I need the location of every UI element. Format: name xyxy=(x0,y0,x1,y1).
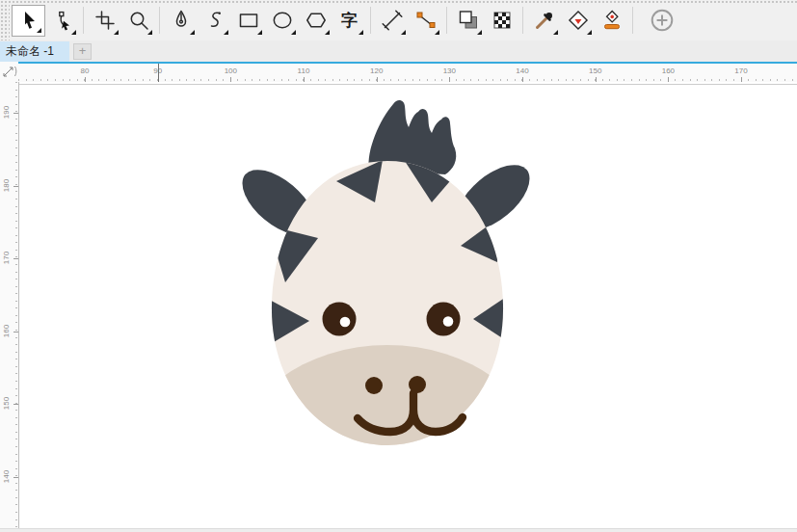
flyout-indicator xyxy=(553,30,558,35)
add-tool-button[interactable] xyxy=(645,3,678,38)
ellipse-tool-button[interactable] xyxy=(265,3,299,38)
fill-tool-button[interactable] xyxy=(561,3,595,38)
main-toolbar: 字 xyxy=(0,0,797,40)
vertical-ruler: 190180170160150140 xyxy=(0,82,18,528)
flyout-indicator xyxy=(190,30,195,35)
flyout-indicator xyxy=(291,30,296,35)
pick-tool-button[interactable] xyxy=(12,5,45,37)
smart-fill-icon xyxy=(600,9,624,32)
eyedropper-icon xyxy=(533,9,556,32)
drawing-canvas[interactable] xyxy=(18,82,797,528)
rectangle-icon xyxy=(237,9,260,32)
magnifier-icon xyxy=(127,9,150,32)
smart-fill-tool-button[interactable] xyxy=(595,3,628,38)
shadow-tool-button[interactable] xyxy=(451,3,485,38)
flyout-indicator xyxy=(477,30,482,35)
shape-edit-node-icon xyxy=(51,9,74,32)
flyout-indicator xyxy=(359,30,363,35)
zebra-muzzle xyxy=(235,345,540,528)
crop-tool-button[interactable] xyxy=(88,3,121,38)
document-tab-active[interactable]: 未命名 -1 xyxy=(0,41,69,62)
flyout-indicator xyxy=(71,30,76,35)
hruler-tick xyxy=(158,64,159,82)
curve-hook-icon xyxy=(203,9,226,32)
toolbar-separator xyxy=(522,7,523,34)
hruler-label: 110 xyxy=(298,66,310,75)
flyout-indicator xyxy=(37,28,41,33)
new-document-tab-button[interactable]: + xyxy=(73,43,92,60)
document-tab-label: 未命名 -1 xyxy=(6,43,54,60)
toolbar-separator xyxy=(632,7,633,34)
pen-nib-icon xyxy=(170,9,193,32)
flyout-indicator xyxy=(435,30,439,35)
polygon-tool-button[interactable] xyxy=(299,3,332,38)
vruler-label: 180 xyxy=(2,173,11,197)
flyout-indicator xyxy=(401,30,406,35)
eyedropper-tool-button[interactable] xyxy=(527,3,561,38)
flyout-indicator xyxy=(325,30,330,35)
zebra-left-eye-highlight xyxy=(340,317,351,328)
ellipse-icon xyxy=(271,9,294,32)
flyout-indicator xyxy=(114,30,119,35)
artwork-zebra-face[interactable] xyxy=(18,82,797,528)
zebra-left-nostril xyxy=(365,377,383,394)
transparency-tool-button[interactable] xyxy=(485,3,518,38)
flyout-indicator xyxy=(224,30,228,35)
flyout-indicator xyxy=(587,30,592,35)
flyout-indicator xyxy=(147,30,152,35)
bspline-tool-button[interactable] xyxy=(198,3,231,38)
horizontal-ruler: 8090100110120130140150160170 xyxy=(0,62,797,82)
zebra-right-eye-highlight xyxy=(443,316,454,327)
hruler-label: 100 xyxy=(225,66,237,75)
toolbar-separator xyxy=(159,7,160,34)
vruler-label: 170 xyxy=(2,247,11,270)
vruler-label: 150 xyxy=(2,392,11,415)
toolbox: 字 xyxy=(0,3,678,38)
vruler-label: 190 xyxy=(2,101,11,124)
connector-tool-button[interactable] xyxy=(409,3,442,38)
fill-diamond-icon xyxy=(567,9,590,32)
flyout-indicator xyxy=(257,30,262,35)
bottom-strip xyxy=(0,528,797,532)
page-left-edge xyxy=(18,82,19,528)
hruler-label: 160 xyxy=(662,66,675,75)
dimension-line-icon xyxy=(381,9,404,32)
text-glyph-icon: 字 xyxy=(341,13,358,29)
hruler-label: 120 xyxy=(370,66,383,75)
vruler-label: 140 xyxy=(2,466,11,489)
plus-circle-icon xyxy=(650,8,675,33)
pen-tool-button[interactable] xyxy=(164,3,198,38)
vruler-label: 160 xyxy=(2,319,11,342)
document-tabbar: 未命名 -1 + xyxy=(0,40,797,62)
vertical-ruler-minor-ticks xyxy=(15,82,17,528)
ruler-origin-icon xyxy=(0,62,18,82)
hruler-label: 150 xyxy=(589,66,601,75)
dimension-tool-button[interactable] xyxy=(375,3,409,38)
ruler-origin-corner[interactable] xyxy=(0,62,18,82)
rectangle-tool-button[interactable] xyxy=(231,3,265,38)
toolbar-separator xyxy=(370,7,371,34)
connector-nodes-icon xyxy=(414,9,438,32)
text-tool-button[interactable]: 字 xyxy=(332,3,366,38)
horizontal-ruler-minor-ticks xyxy=(4,79,797,81)
hruler-label: 170 xyxy=(734,66,747,75)
hruler-label: 140 xyxy=(516,66,528,75)
hruler-label: 130 xyxy=(443,66,456,75)
toolbar-separator xyxy=(446,7,447,34)
shape-tool-button[interactable] xyxy=(45,3,79,38)
toolbar-separator xyxy=(83,7,84,34)
zoom-tool-button[interactable] xyxy=(121,3,155,38)
hruler-label: 80 xyxy=(81,66,90,75)
zebra-left-eye xyxy=(323,303,357,336)
drop-shadow-squares-icon xyxy=(457,9,480,32)
checkerboard-icon xyxy=(491,9,514,32)
page-top-edge xyxy=(18,84,797,85)
crop-icon xyxy=(93,9,117,32)
zebra-right-eye xyxy=(427,303,461,336)
polygon-icon xyxy=(305,9,328,32)
